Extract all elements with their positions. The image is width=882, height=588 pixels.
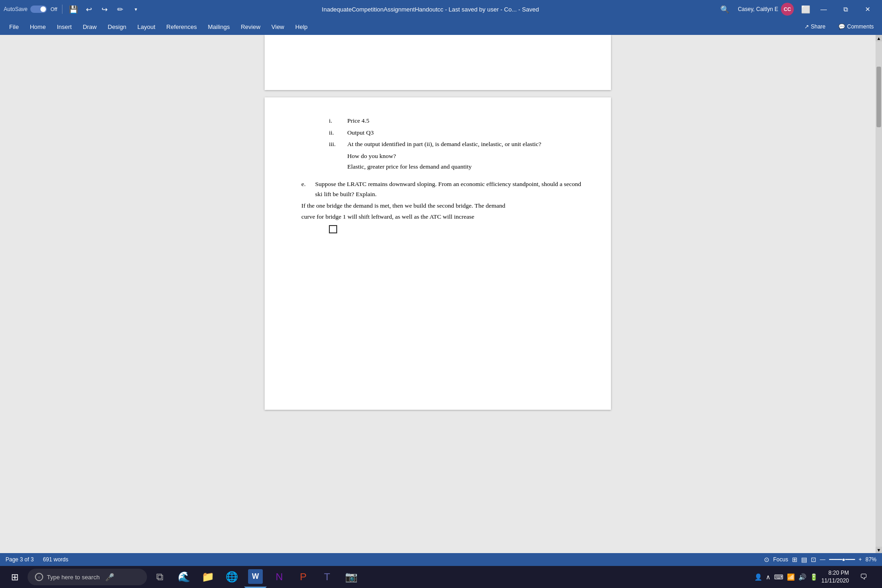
status-right-group: ⊙ Focus ⊞ ▤ ⊡ — ━━━━●━━━ + 87% [764, 556, 876, 563]
share-label: Share [811, 23, 825, 30]
layout-icon[interactable]: ⊞ [792, 556, 797, 563]
comment-icon: 💬 [838, 23, 845, 30]
microphone-icon[interactable]: 🎤 [105, 573, 114, 582]
notification-icon: 🗨 [860, 573, 867, 581]
answer-e-line2: curve for bridge 1 will shift leftward, … [292, 212, 583, 222]
autosave-state: Off [51, 6, 57, 12]
focus-label[interactable]: Focus [773, 556, 788, 563]
clock[interactable]: 8:20 PM 11/11/2020 [821, 569, 849, 585]
menu-review[interactable]: Review [235, 21, 266, 33]
autosave-toggle[interactable] [30, 6, 47, 13]
minimize-button[interactable]: — [813, 2, 834, 17]
scroll-track[interactable] [876, 41, 882, 547]
sub-line-2: Elastic, greater price for less demand a… [292, 162, 583, 172]
page-info: Page 3 of 3 [6, 556, 34, 563]
camera-icon: 📷 [345, 571, 357, 583]
clock-date: 11/11/2020 [821, 577, 849, 585]
marker-e: e. [301, 179, 315, 199]
menu-layout[interactable]: Layout [132, 21, 161, 33]
text-i: Price 4.5 [347, 116, 583, 126]
restore-button[interactable]: ⧉ [835, 2, 856, 17]
save-icon[interactable]: 💾 [67, 3, 80, 16]
redo-icon[interactable]: ↪ [98, 3, 111, 16]
folder-icon: 📁 [202, 571, 214, 583]
word-count: 691 words [43, 556, 68, 563]
onenote-button[interactable]: N [268, 566, 290, 588]
comments-button[interactable]: 💬 Comments [834, 22, 878, 32]
menu-home[interactable]: Home [24, 21, 51, 33]
chevron-up-icon[interactable]: ∧ [766, 573, 770, 581]
volume-icon[interactable]: 🔊 [798, 573, 806, 581]
title-left-group: AutoSave Off 💾 ↩ ↪ ✏ ▾ [4, 3, 142, 16]
menu-view[interactable]: View [266, 21, 290, 33]
cursor-position [292, 225, 583, 237]
document-content: i. Price 4.5 ii. Output Q3 iii. At the o… [292, 116, 583, 237]
start-button[interactable]: ⊞ [4, 566, 26, 588]
taskview-button[interactable]: ⧉ [149, 566, 171, 588]
list-item-iii: iii. At the output identified in part (i… [292, 139, 583, 149]
text-ii: Output Q3 [347, 128, 583, 138]
close-button[interactable]: ✕ [857, 2, 878, 17]
edge-icon: 🌊 [178, 571, 190, 583]
marker-ii: ii. [329, 128, 347, 138]
search-button[interactable]: 🔍 [718, 3, 731, 16]
text-iii: At the output identified in part (ii), i… [347, 139, 583, 149]
scroll-thumb[interactable] [876, 67, 881, 127]
zoom-plus[interactable]: + [859, 556, 862, 563]
word-icon: W [248, 569, 263, 584]
people-icon[interactable]: 👤 [754, 573, 762, 581]
page-main[interactable]: i. Price 4.5 ii. Output Q3 iii. At the o… [265, 97, 611, 410]
list-item-e: e. Suppose the LRATC remains downward sl… [292, 179, 583, 199]
menu-help[interactable]: Help [290, 21, 313, 33]
scroll-down-arrow[interactable]: ▼ [876, 547, 882, 553]
ribbon-collapse-icon[interactable]: ⬜ [799, 3, 812, 16]
scrollbar-right[interactable]: ▲ ▼ [876, 35, 882, 553]
menu-insert[interactable]: Insert [51, 21, 78, 33]
file-explorer-button[interactable]: 📁 [197, 566, 219, 588]
battery-icon[interactable]: 🔋 [810, 573, 818, 581]
menu-mailings[interactable]: Mailings [203, 21, 236, 33]
taskbar: ⊞ ○ Type here to search 🎤 ⧉ 🌊 📁 🌐 W N P … [0, 566, 882, 588]
edge-button[interactable]: 🌊 [173, 566, 195, 588]
zoom-level[interactable]: 87% [865, 556, 876, 563]
menu-bar: File Home Insert Draw Design Layout Refe… [0, 18, 882, 35]
text-e: Suppose the LRATC remains downward slopi… [315, 179, 583, 199]
status-bar: Page 3 of 3 691 words ⊙ Focus ⊞ ▤ ⊡ — ━━… [0, 553, 882, 566]
word-button[interactable]: W [244, 566, 266, 588]
autosave-label: AutoSave [4, 6, 28, 12]
chrome-icon: 🌐 [226, 571, 238, 583]
ribbon: File Home Insert Draw Design Layout Refe… [0, 18, 882, 35]
teams-button[interactable]: T [316, 566, 338, 588]
web-view-icon[interactable]: ⊡ [811, 556, 816, 563]
share-button[interactable]: ↗ Share [800, 22, 830, 32]
powerpoint-button[interactable]: P [292, 566, 314, 588]
more-icon[interactable]: ▾ [130, 3, 142, 16]
taskbar-search[interactable]: ○ Type here to search 🎤 [28, 569, 147, 585]
answer-e-line1: If the one bridge the demand is met, the… [292, 201, 583, 211]
menu-references[interactable]: References [161, 21, 202, 33]
windows-icon: ⊞ [11, 571, 19, 582]
scroll-up-arrow[interactable]: ▲ [876, 35, 882, 41]
menu-draw[interactable]: Draw [77, 21, 102, 33]
user-avatar[interactable]: CC [781, 3, 794, 16]
notification-button[interactable]: 🗨 [853, 566, 875, 588]
share-icon: ↗ [804, 23, 809, 30]
network-icon[interactable]: 📶 [787, 573, 795, 581]
chrome-button[interactable]: 🌐 [220, 566, 243, 588]
zoom-minus[interactable]: — [820, 556, 825, 563]
sub-line-1: How do you know? [292, 151, 583, 161]
print-layout-icon[interactable]: ▤ [801, 556, 807, 563]
draw-icon[interactable]: ✏ [114, 3, 127, 16]
cursor-dot [329, 225, 337, 233]
menu-design[interactable]: Design [102, 21, 132, 33]
focus-icon[interactable]: ⊙ [764, 556, 769, 563]
undo-icon[interactable]: ↩ [83, 3, 96, 16]
keyboard-icon[interactable]: ⌨ [774, 573, 783, 581]
taskbar-right: 👤 ∧ ⌨ 📶 🔊 🔋 8:20 PM 11/11/2020 🗨 [754, 566, 878, 588]
zoom-slider[interactable]: ━━━━●━━━ [829, 556, 855, 563]
camera-button[interactable]: 📷 [340, 566, 362, 588]
menu-file[interactable]: File [4, 21, 24, 33]
taskview-icon: ⧉ [156, 571, 164, 583]
onenote-icon: N [276, 571, 283, 583]
marker-i: i. [329, 116, 347, 126]
